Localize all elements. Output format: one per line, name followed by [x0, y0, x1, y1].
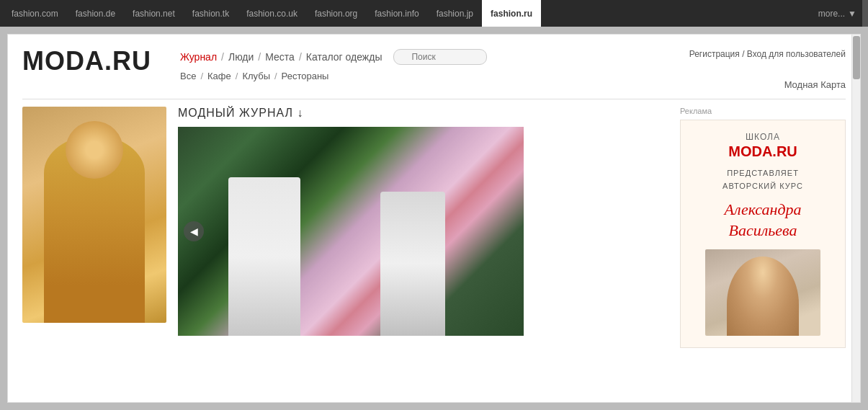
top-navigation: fashion.com fashion.de fashion.net fashi… [0, 0, 868, 27]
nav-tab-fashion-com[interactable]: fashion.com [3, 0, 67, 27]
header-right: Регистрация / Вход для пользователей Мод… [689, 46, 846, 90]
sub-nav-restaurants[interactable]: Рестораны [282, 71, 329, 81]
nav-journal[interactable]: Журнал [180, 51, 217, 63]
content-body: МОДНЫЙ ЖУРНАЛ ↓ ◀ Реклама школа MODA.RU … [8, 99, 860, 355]
ad-author: АлександраВасильева [692, 200, 833, 241]
sub-nav-cafe[interactable]: Кафе [207, 71, 231, 81]
ad-brand: MODA.RU [692, 143, 833, 160]
ad-label: Реклама [680, 107, 846, 115]
site-logo: MODA.RU [22, 46, 151, 76]
separator: / [236, 71, 238, 81]
article-title: МОДНЫЙ ЖУРНАЛ ↓ [178, 107, 668, 120]
more-dropdown[interactable]: more... ▼ [810, 9, 865, 19]
ad-school-label: школа [692, 132, 833, 142]
article-image: ◀ [178, 127, 524, 336]
site-header: MODA.RU Журнал / Люди / Места / Каталог … [8, 35, 860, 90]
nav-tab-fashion-ru[interactable]: fashion.ru [482, 0, 541, 27]
search-wrapper: 🔍 [393, 49, 487, 65]
main-wrapper: MODA.RU Журнал / Люди / Места / Каталог … [0, 27, 868, 410]
content-area: MODA.RU Журнал / Люди / Места / Каталог … [7, 34, 861, 403]
separator: / [258, 51, 261, 63]
separator: / [221, 51, 224, 63]
nav-people[interactable]: Люди [228, 51, 254, 63]
ad-person-image [705, 249, 820, 336]
chevron-down-icon: ▼ [848, 9, 856, 19]
nav-tab-fashion-org[interactable]: fashion.org [306, 0, 366, 27]
right-scrollbar[interactable] [851, 35, 860, 402]
separator: / [299, 51, 302, 63]
nav-section: Журнал / Люди / Места / Каталог одежды 🔍… [180, 46, 668, 81]
sub-nav: Все / Кафе / Клубы / Рестораны [180, 71, 668, 81]
nav-tab-fashion-jp[interactable]: fashion.jp [428, 0, 482, 27]
nav-tab-fashion-tk[interactable]: fashion.tk [184, 0, 238, 27]
ad-presents: ПРЕДСТАВЛЯЕТ АВТОРСКИЙ КУРС [692, 167, 833, 192]
separator: / [200, 71, 203, 81]
nav-tab-fashion-net[interactable]: fashion.net [124, 0, 184, 27]
nav-tab-fashion-de[interactable]: fashion.de [67, 0, 124, 27]
search-input[interactable] [393, 49, 487, 65]
fashion-map-link[interactable]: Модная Карта [784, 79, 846, 90]
separator: / [274, 71, 277, 81]
nav-tab-fashion-co-uk[interactable]: fashion.co.uk [238, 0, 306, 27]
scrollbar[interactable] [862, 0, 868, 27]
prev-arrow-button[interactable]: ◀ [184, 221, 204, 241]
sub-nav-all[interactable]: Все [180, 71, 196, 81]
left-photo [22, 107, 166, 323]
sub-nav-clubs[interactable]: Клубы [242, 71, 270, 81]
main-nav: Журнал / Люди / Места / Каталог одежды 🔍 [180, 49, 668, 65]
center-article: МОДНЫЙ ЖУРНАЛ ↓ ◀ [178, 107, 668, 348]
nav-tab-fashion-info[interactable]: fashion.info [366, 0, 427, 27]
register-link[interactable]: Регистрация / Вход для пользователей [689, 49, 846, 59]
nav-catalog[interactable]: Каталог одежды [306, 51, 382, 63]
scrollbar-thumb[interactable] [853, 36, 860, 79]
ad-box: школа MODA.RU ПРЕДСТАВЛЯЕТ АВТОРСКИЙ КУР… [680, 120, 846, 348]
ad-area: Реклама школа MODA.RU ПРЕДСТАВЛЯЕТ АВТОР… [680, 107, 846, 348]
nav-places[interactable]: Места [265, 51, 295, 63]
